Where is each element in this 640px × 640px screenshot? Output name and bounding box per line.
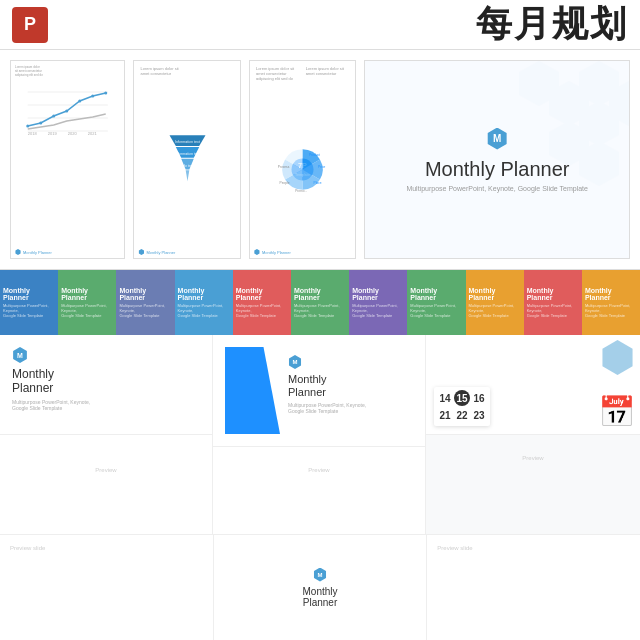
svg-text:Info text: Info text: [181, 163, 194, 167]
color-thumb-9[interactable]: MonthlyPlanner Multipurpose PowerPoint, …: [524, 270, 582, 335]
m-badge-bl-top: M: [12, 347, 28, 363]
color-thumb-1[interactable]: MonthlyPlanner Multipurpose PowerPoint, …: [58, 270, 116, 335]
bottom-left-col: M MonthlyPlanner Multipurpose PowerPoint…: [0, 335, 213, 535]
m-badge-large: M: [486, 128, 508, 150]
color-thumb-2[interactable]: MonthlyPlanner Multipurpose PowerPoint, …: [116, 270, 174, 335]
svg-text:Place: Place: [314, 181, 322, 185]
svg-text:2018: 2018: [28, 131, 38, 136]
slide2-footer: Monthly Planner: [138, 249, 175, 255]
slide1-footer: Monthly Planner: [15, 249, 52, 255]
color-thumb-8[interactable]: MonthlyPlanner Multipurpose PowerPoint, …: [466, 270, 524, 335]
bottom-mid-bottom: Preview: [213, 447, 425, 534]
svg-point-7: [65, 109, 68, 112]
calendar-icon: 📅: [598, 394, 635, 429]
svg-text:Information text: Information text: [175, 152, 200, 156]
slide-preview-2[interactable]: Lorem ipsum dolor sitamet consectetur In…: [133, 60, 240, 259]
bottom-left-top: M MonthlyPlanner Multipurpose PowerPoint…: [0, 335, 212, 435]
color-thumb-0[interactable]: MonthlyPlanner Multipurpose PowerPoint, …: [0, 270, 58, 335]
svg-point-5: [39, 121, 42, 124]
planner-title-mid-top: MonthlyPlanner: [288, 373, 366, 399]
page-header: P 每月规划: [0, 0, 640, 50]
svg-point-8: [78, 99, 81, 102]
very-bottom-row: Preview slide M MonthlyPlanner Preview s…: [0, 535, 640, 640]
planner-sub-bl-top: Multipurpose PowerPoint, Keynote,Google …: [12, 399, 200, 412]
large-slide-subtitle: Multipurpose PowerPoint, Keynote, Google…: [406, 185, 588, 192]
svg-text:Price: Price: [318, 165, 325, 169]
circle-7p: 7P Template Product Price Place Promo...…: [275, 142, 330, 197]
slide-preview-1[interactable]: Lorem ipsum dolorsit amet consecteturadi…: [10, 60, 125, 259]
color-thumb-3[interactable]: MonthlyPlanner Multipurpose PowerPoint, …: [175, 270, 233, 335]
svg-point-6: [52, 114, 55, 117]
color-thumb-10[interactable]: MonthlyPlanner Multipurpose PowerPoint, …: [582, 270, 640, 335]
svg-text:People: People: [280, 181, 290, 185]
ppt-icon: P: [12, 7, 48, 43]
7p-chart: 7P Template Product Price Place Promo...…: [275, 142, 330, 197]
bottom-right-top: 14 15 16 21 22 23 📅: [426, 335, 640, 435]
svg-text:2020: 2020: [68, 131, 78, 136]
slide-preview-3[interactable]: Lorem ipsum dolor sitamet consecteturadi…: [249, 60, 356, 259]
page-title-cn: 每月规划: [476, 0, 628, 49]
bottom-mid-col: M MonthlyPlanner Multipurpose PowerPoint…: [213, 335, 426, 535]
svg-point-10: [104, 91, 107, 94]
color-thumb-4[interactable]: MonthlyPlanner Multipurpose PowerPoint, …: [233, 270, 291, 335]
color-thumb-5[interactable]: MonthlyPlanner Multipurpose PowerPoint, …: [291, 270, 349, 335]
hex-deco-top-right: [600, 340, 635, 375]
svg-point-9: [91, 94, 94, 97]
svg-marker-21: [185, 170, 189, 181]
bottom-mid-top: M MonthlyPlanner Multipurpose PowerPoint…: [213, 335, 425, 447]
svg-text:Process: Process: [278, 165, 290, 169]
planner-vb2: MonthlyPlanner: [303, 586, 338, 608]
vb-cell-2: M MonthlyPlanner: [214, 535, 428, 640]
large-slide-content: M Monthly Planner Multipurpose PowerPoin…: [406, 128, 588, 192]
slide-preview-large[interactable]: M Monthly Planner Multipurpose PowerPoin…: [364, 60, 630, 259]
svg-point-4: [26, 124, 29, 127]
color-thumb-7[interactable]: MonthlyPlanner Multipurpose PowerPoint, …: [407, 270, 465, 335]
m-badge-mid-top: M: [288, 355, 302, 369]
bottom-right-bottom: Preview: [426, 435, 640, 534]
m-badge-vb2: M: [313, 568, 327, 582]
slides-preview-row: Lorem ipsum dolorsit amet consecteturadi…: [0, 50, 640, 270]
svg-text:2021: 2021: [88, 131, 98, 136]
vb-cell-3: Preview slide: [427, 535, 640, 640]
color-thumb-6[interactable]: MonthlyPlanner Multipurpose PowerPoint, …: [349, 270, 407, 335]
bottom-right-col: 14 15 16 21 22 23 📅 Preview: [426, 335, 640, 535]
bottom-section: M MonthlyPlanner Multipurpose PowerPoint…: [0, 335, 640, 535]
svg-text:Product: Product: [309, 153, 320, 157]
bottom-left-bottom: Preview: [0, 435, 212, 534]
planner-title-bl-top: MonthlyPlanner: [12, 367, 200, 396]
line-chart: 2018 2019 2020 2021: [15, 81, 120, 136]
slide3-footer: Monthly Planner: [254, 249, 291, 255]
blue-diagonal-shape: [225, 347, 280, 434]
color-thumbnails-row: MonthlyPlanner Multipurpose PowerPoint, …: [0, 270, 640, 335]
funnel-chart: Information text Information text Info t…: [165, 130, 210, 190]
vb-cell-1: Preview slide: [0, 535, 214, 640]
svg-text:Promo...: Promo...: [295, 189, 307, 193]
planner-sub-mid-top: Multipurpose PowerPoint, Keynote,Google …: [288, 402, 366, 414]
svg-text:Information text: Information text: [175, 140, 200, 144]
large-slide-title: Monthly Planner: [425, 158, 570, 181]
svg-text:2019: 2019: [48, 131, 58, 136]
calendar-grid: 14 15 16 21 22 23: [434, 387, 490, 426]
